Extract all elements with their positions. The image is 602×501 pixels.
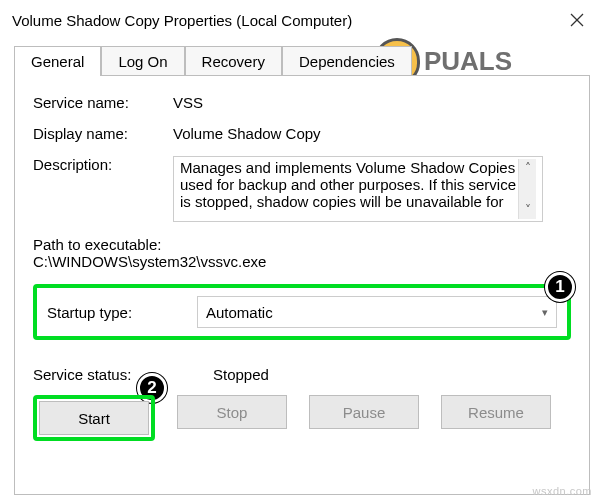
tab-container: General Log On Recovery Dependencies Ser…	[14, 46, 590, 495]
display-name-value: Volume Shadow Copy	[173, 125, 571, 142]
resume-button: Resume	[441, 395, 551, 429]
description-box: Manages and implements Volume Shadow Cop…	[173, 156, 543, 222]
service-status-value: Stopped	[213, 366, 269, 383]
path-label: Path to executable:	[33, 236, 571, 253]
startup-type-value: Automatic	[206, 304, 273, 321]
start-button[interactable]: Start	[39, 401, 149, 435]
path-value: C:\WINDOWS\system32\vssvc.exe	[33, 253, 571, 270]
description-scrollbar[interactable]: ˄ ˅	[518, 159, 536, 219]
stop-button: Stop	[177, 395, 287, 429]
window-title: Volume Shadow Copy Properties (Local Com…	[12, 12, 352, 29]
annotation-badge-1: 1	[545, 272, 575, 302]
pause-button: Pause	[309, 395, 419, 429]
tab-recovery[interactable]: Recovery	[185, 46, 282, 76]
tab-general[interactable]: General	[14, 46, 101, 76]
service-status-label: Service status:	[33, 366, 131, 383]
title-bar: Volume Shadow Copy Properties (Local Com…	[0, 0, 602, 40]
tab-logon[interactable]: Log On	[101, 46, 184, 76]
scroll-down-icon[interactable]: ˅	[525, 201, 531, 219]
source-watermark: wsxdn.com	[532, 485, 592, 497]
tab-pane-general: Service name: VSS Display name: Volume S…	[14, 75, 590, 495]
chevron-down-icon: ▾	[542, 306, 548, 319]
startup-type-label: Startup type:	[47, 304, 197, 321]
service-name-label: Service name:	[33, 94, 173, 111]
service-control-buttons: 2 Start Stop Pause Resume	[33, 395, 571, 441]
close-icon	[570, 13, 584, 27]
service-name-value: VSS	[173, 94, 571, 111]
tab-row: General Log On Recovery Dependencies	[14, 46, 590, 76]
display-name-label: Display name:	[33, 125, 173, 142]
description-text: Manages and implements Volume Shadow Cop…	[180, 159, 518, 219]
start-button-highlight: Start	[33, 395, 155, 441]
tab-dependencies[interactable]: Dependencies	[282, 46, 412, 76]
description-label: Description:	[33, 156, 173, 173]
close-button[interactable]	[552, 0, 602, 40]
scroll-up-icon[interactable]: ˄	[525, 159, 531, 177]
startup-type-dropdown[interactable]: Automatic ▾	[197, 296, 557, 328]
startup-type-highlight: 1 Startup type: Automatic ▾	[33, 284, 571, 340]
